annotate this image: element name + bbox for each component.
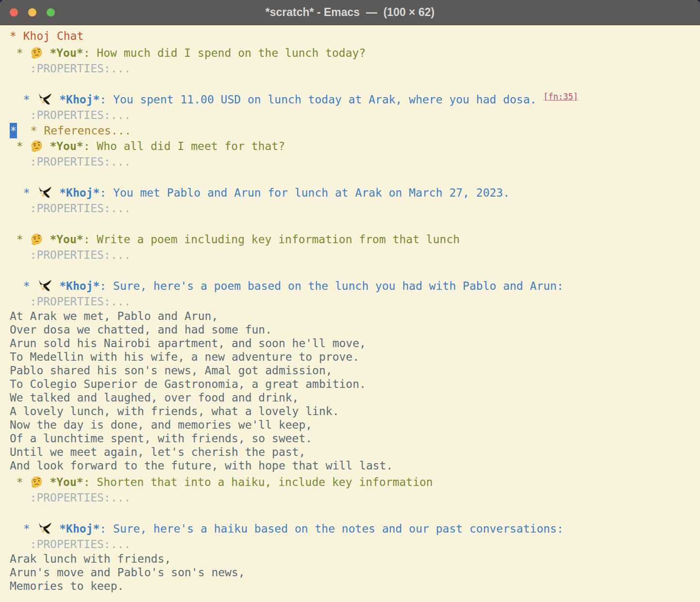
spacer xyxy=(43,47,50,59)
body-text-line: Of a lunchtime spent, with friends, so s… xyxy=(10,432,700,445)
spacer xyxy=(536,93,543,106)
drawer-text: :PROPERTIES:... xyxy=(10,295,131,308)
you-message-heading[interactable]: * *You*: Shorten that into a haiku, incl… xyxy=(10,474,700,490)
khoj-message-heading[interactable]: * *Khoj*: Sure, here's a haiku based on … xyxy=(10,521,700,536)
body-text-line: Arun's move and Pablo's son's news, xyxy=(10,566,700,579)
blank-line xyxy=(10,505,700,521)
body-text: Arak lunch with friends, xyxy=(10,552,171,565)
org-stars: * xyxy=(10,233,30,246)
properties-drawer[interactable]: :PROPERTIES:... xyxy=(10,490,700,505)
khoj-message-heading[interactable]: * *Khoj*: Sure, here's a poem based on t… xyxy=(10,278,700,294)
org-stars: * xyxy=(10,47,30,59)
properties-drawer[interactable]: :PROPERTIES:... xyxy=(10,536,700,552)
org-heading-khoj-chat[interactable]: * Khoj Chat xyxy=(10,27,700,45)
body-text: To Colegio Superior de Gastronomia, a gr… xyxy=(10,378,366,390)
thinking-emoji-icon xyxy=(30,476,43,488)
body-text: At Arak we met, Pablo and Arun, xyxy=(10,310,218,322)
body-text: Arun's move and Pablo's son's news, xyxy=(10,566,245,579)
body-text: Over dosa we chatted, and had some fun. xyxy=(10,323,272,336)
properties-drawer[interactable]: :PROPERTIES:... xyxy=(10,247,700,263)
message-text: : Sure, here's a haiku based on the note… xyxy=(100,522,563,535)
you-message-heading[interactable]: * *You*: Who all did I meet for that? xyxy=(10,138,700,154)
body-text-line: Until we meet again, let's cherish the p… xyxy=(10,445,700,459)
references-heading[interactable]: * * References... xyxy=(10,123,700,138)
speaker-name: *You* xyxy=(50,47,83,59)
message-text: : You met Pablo and Arun for lunch at Ar… xyxy=(100,186,510,199)
body-text: A lovely lunch, with friends, what a lov… xyxy=(10,405,339,418)
footnote-link[interactable]: [fn:35] xyxy=(543,92,578,101)
speaker-name: *You* xyxy=(50,140,83,152)
you-message-heading[interactable]: * *You*: How much did I spend on the lun… xyxy=(10,45,700,61)
body-text-line: A lovely lunch, with friends, what a lov… xyxy=(10,404,700,418)
speaker-name: *Khoj* xyxy=(59,522,100,535)
eagle-emoji-icon xyxy=(36,186,52,199)
message-text: : You spent 11.00 USD on lunch today at … xyxy=(100,93,536,106)
blank-line xyxy=(10,169,700,185)
you-message-heading[interactable]: * *You*: Write a poem including key info… xyxy=(10,232,700,247)
speaker-name: *You* xyxy=(50,476,83,488)
drawer-text: :PROPERTIES:... xyxy=(10,62,131,75)
org-stars: * xyxy=(10,140,30,152)
text-cursor: * xyxy=(10,123,17,138)
thinking-emoji-icon xyxy=(30,140,43,152)
body-text-line: To Medellin with his wife, a new adventu… xyxy=(10,350,700,364)
eagle-emoji-icon xyxy=(36,93,52,106)
message-text: : How much did I spend on the lunch toda… xyxy=(83,47,366,59)
blank-line xyxy=(10,263,700,278)
org-chat-buffer[interactable]: * Khoj Chat * *You*: How much did I spen… xyxy=(0,25,700,602)
body-text: Of a lunchtime spent, with friends, so s… xyxy=(10,432,312,445)
properties-drawer[interactable]: :PROPERTIES:... xyxy=(10,61,700,76)
body-text-line: Now the day is done, and memories we'll … xyxy=(10,418,700,432)
body-text: Now the day is done, and memories we'll … xyxy=(10,418,312,431)
body-text-line: Over dosa we chatted, and had some fun. xyxy=(10,323,700,336)
blank-line xyxy=(10,76,700,92)
page-title: * Khoj Chat xyxy=(10,30,83,42)
properties-drawer[interactable]: :PROPERTIES:... xyxy=(10,154,700,169)
message-text: : Shorten that into a haiku, include key… xyxy=(83,476,433,488)
body-text-line: At Arak we met, Pablo and Arun, xyxy=(10,309,700,323)
speaker-name: *Khoj* xyxy=(59,93,100,106)
speaker-name: *Khoj* xyxy=(59,186,100,199)
spacer xyxy=(43,233,50,246)
khoj-message-heading[interactable]: * *Khoj*: You spent 11.00 USD on lunch t… xyxy=(10,92,700,107)
spacer xyxy=(52,186,59,199)
properties-drawer[interactable]: :PROPERTIES:... xyxy=(10,107,700,123)
speaker-name: *Khoj* xyxy=(59,280,100,292)
khoj-message-heading[interactable]: * *Khoj*: You met Pablo and Arun for lun… xyxy=(10,185,700,201)
properties-drawer[interactable]: :PROPERTIES:... xyxy=(10,201,700,216)
org-stars: * xyxy=(10,93,36,106)
body-text-line: Pablo shared his son's news, Amal got ad… xyxy=(10,364,700,377)
message-text: : Write a poem including key information… xyxy=(83,233,460,246)
eagle-emoji-icon xyxy=(36,280,52,292)
org-stars: * xyxy=(10,186,36,199)
message-text: : Who all did I meet for that? xyxy=(83,140,285,152)
emacs-window: *scratch* - Emacs — (100 × 62) * Khoj Ch… xyxy=(0,0,700,602)
body-text: Until we meet again, let's cherish the p… xyxy=(10,446,305,458)
body-text-line: Arun sold his Nairobi apartment, and soo… xyxy=(10,336,700,350)
drawer-text: :PROPERTIES:... xyxy=(10,538,131,551)
blank-line xyxy=(10,216,700,232)
properties-drawer[interactable]: :PROPERTIES:... xyxy=(10,294,700,309)
body-text: Arun sold his Nairobi apartment, and soo… xyxy=(10,337,366,350)
body-text-line: We talked and laughed, over food and dri… xyxy=(10,391,700,404)
window-title: *scratch* - Emacs — (100 × 62) xyxy=(0,6,700,19)
org-stars: * xyxy=(10,522,36,535)
window-titlebar[interactable]: *scratch* - Emacs — (100 × 62) xyxy=(0,0,700,25)
spacer xyxy=(52,93,59,106)
body-text: Pablo shared his son's news, Amal got ad… xyxy=(10,364,333,377)
drawer-text: :PROPERTIES:... xyxy=(10,109,131,121)
references-label: * References... xyxy=(17,124,131,137)
body-text: To Medellin with his wife, a new adventu… xyxy=(10,351,359,363)
message-text: : Sure, here's a poem based on the lunch… xyxy=(100,280,563,292)
eagle-emoji-icon xyxy=(36,522,52,535)
drawer-text: :PROPERTIES:... xyxy=(10,202,131,215)
body-text: Memories to keep. xyxy=(10,580,124,592)
org-stars: * xyxy=(10,476,30,488)
drawer-text: :PROPERTIES:... xyxy=(10,155,131,168)
thinking-emoji-icon xyxy=(30,47,43,59)
drawer-text: :PROPERTIES:... xyxy=(10,491,131,504)
thinking-emoji-icon xyxy=(30,233,43,246)
spacer xyxy=(52,280,59,292)
speaker-name: *You* xyxy=(50,233,83,246)
spacer xyxy=(43,140,50,152)
